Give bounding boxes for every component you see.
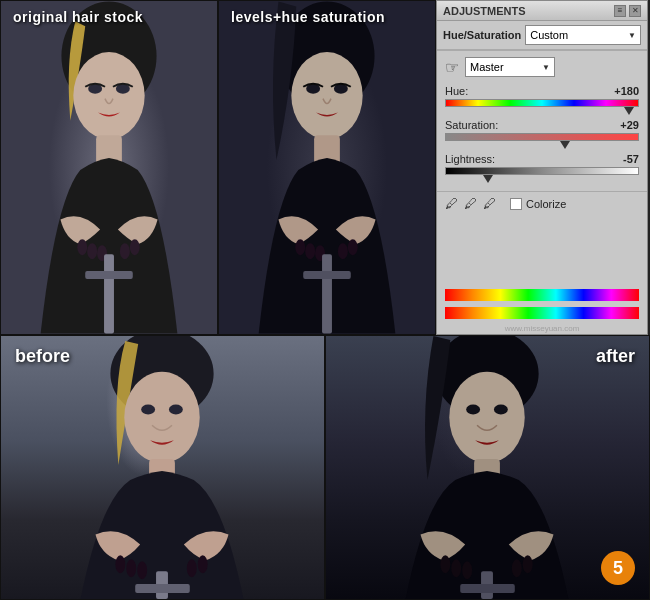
before-panel: before (0, 335, 325, 600)
before-label: before (15, 346, 70, 367)
svg-point-41 (449, 372, 524, 463)
before-person-svg (1, 336, 324, 599)
colorize-row: Colorize (510, 198, 566, 210)
step-number: 5 (613, 558, 623, 579)
hue-thumb[interactable] (624, 107, 634, 115)
svg-point-42 (466, 404, 480, 414)
light-thumb[interactable] (483, 175, 493, 183)
original-photo-panel: original hair stock (0, 0, 218, 335)
svg-point-43 (494, 404, 508, 414)
hue-track-container[interactable] (445, 99, 639, 113)
hue-label: Hue: (445, 85, 468, 97)
sat-thumb[interactable] (560, 141, 570, 149)
saturation-track[interactable] (445, 133, 639, 141)
adjusted-photo-label: levels+hue saturation (231, 9, 385, 25)
svg-point-45 (440, 555, 450, 573)
hue-label-row: Hue: +180 (445, 85, 639, 97)
svg-rect-25 (303, 271, 351, 279)
step-badge: 5 (601, 551, 635, 585)
svg-point-48 (523, 555, 533, 573)
svg-point-47 (462, 561, 472, 579)
svg-point-20 (305, 243, 315, 259)
after-photo-bg (326, 336, 649, 599)
bottom-row: before (0, 335, 650, 600)
adjustments-panel: ADJUSTMENTS ≡ ✕ Hue/Saturation Custom ▼ … (436, 0, 648, 335)
light-track-container[interactable] (445, 167, 639, 181)
svg-point-10 (120, 243, 130, 259)
eyedropper-icon-3[interactable]: 🖊 (483, 196, 496, 211)
eyedropper-icon-1[interactable]: 🖊 (445, 196, 458, 211)
colorize-label: Colorize (526, 198, 566, 210)
adj-sliders: Hue: +180 Saturation: +29 (437, 83, 647, 191)
master-value: Master (470, 61, 504, 73)
original-photo-label: original hair stock (13, 9, 143, 25)
svg-point-2 (73, 52, 144, 139)
chevron-down-icon: ▼ (628, 31, 636, 40)
svg-rect-11 (104, 254, 114, 333)
adjusted-photo-bg (219, 1, 435, 334)
svg-point-49 (512, 559, 522, 577)
master-chevron-icon: ▼ (542, 63, 550, 72)
svg-point-19 (295, 239, 305, 255)
adj-icon-list[interactable]: ≡ (614, 5, 626, 17)
lightness-label: Lightness: (445, 153, 495, 165)
adj-titlebar: ADJUSTMENTS ≡ ✕ (437, 1, 647, 21)
adj-preset-value: Custom (530, 29, 568, 41)
adj-icon-close[interactable]: ✕ (629, 5, 641, 17)
svg-rect-12 (85, 271, 133, 279)
before-photo-bg (1, 336, 324, 599)
eyedropper-row: 🖊 🖊 🖊 Colorize (445, 196, 639, 211)
svg-point-9 (130, 239, 140, 255)
adj-master-row: ☞ Master ▼ (437, 51, 647, 83)
adj-bottom-section: 🖊 🖊 🖊 Colorize (437, 192, 647, 289)
adj-preset-row: Hue/Saturation Custom ▼ (437, 21, 647, 50)
svg-point-33 (126, 559, 136, 577)
saturation-value: +29 (620, 119, 639, 131)
adj-icons: ≡ ✕ (614, 5, 641, 17)
master-dropdown[interactable]: Master ▼ (465, 57, 555, 77)
svg-point-34 (137, 561, 147, 579)
saturation-label: Saturation: (445, 119, 498, 131)
sat-track-container[interactable] (445, 133, 639, 147)
svg-rect-38 (135, 584, 190, 593)
svg-rect-51 (460, 584, 515, 593)
original-photo-bg (1, 1, 217, 334)
adjusted-photo-panel: levels+hue saturation (218, 0, 436, 335)
lightness-track[interactable] (445, 167, 639, 175)
main-container: original hair stock (0, 0, 650, 600)
after-label: after (596, 346, 635, 367)
svg-point-7 (87, 243, 97, 259)
spectrum-bar-hue (445, 289, 639, 301)
lightness-value: -57 (623, 153, 639, 165)
saturation-slider-row: Saturation: +29 (445, 119, 639, 147)
svg-point-32 (115, 555, 125, 573)
svg-point-36 (187, 559, 197, 577)
hue-slider-row: Hue: +180 (445, 85, 639, 113)
adj-title: ADJUSTMENTS (443, 5, 526, 17)
svg-point-35 (198, 555, 208, 573)
svg-point-29 (141, 404, 155, 414)
hand-icon: ☞ (445, 58, 459, 77)
after-panel: after 5 (325, 335, 650, 600)
hue-value: +180 (614, 85, 639, 97)
adjusted-person-svg (219, 1, 435, 334)
svg-point-46 (451, 559, 461, 577)
sat-label-row: Saturation: +29 (445, 119, 639, 131)
adj-preset-dropdown[interactable]: Custom ▼ (525, 25, 641, 45)
svg-point-23 (338, 243, 348, 259)
eyedropper-icon-2[interactable]: 🖊 (464, 196, 477, 211)
light-label-row: Lightness: -57 (445, 153, 639, 165)
svg-point-22 (348, 239, 358, 255)
svg-rect-24 (322, 254, 332, 333)
panel-url: www.misseyuan.com (437, 323, 647, 334)
original-person-svg (1, 1, 217, 334)
svg-point-6 (77, 239, 87, 255)
hue-track[interactable] (445, 99, 639, 107)
svg-point-30 (169, 404, 183, 414)
after-person-svg (326, 336, 649, 599)
top-row: original hair stock (0, 0, 650, 335)
colorize-checkbox[interactable] (510, 198, 522, 210)
adj-preset-label: Hue/Saturation (443, 29, 521, 41)
lightness-slider-row: Lightness: -57 (445, 153, 639, 181)
svg-point-28 (124, 372, 199, 463)
